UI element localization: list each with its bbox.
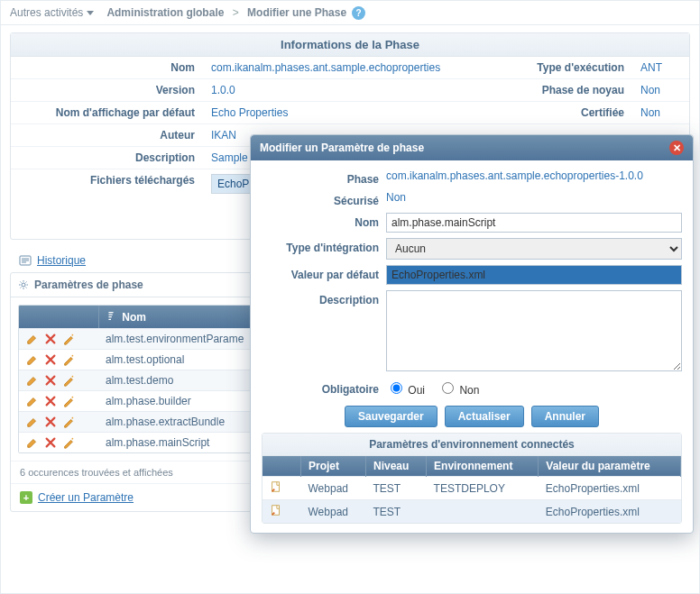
edit-icon[interactable]	[26, 353, 39, 366]
value-name: com.ikanalm.phases.ant.sample.echoproper…	[206, 57, 498, 78]
env-environment-header[interactable]: Environnement	[427, 456, 539, 477]
env-table-row: WebpadTESTEchoProperties.xml	[262, 500, 681, 524]
delete-icon[interactable]	[44, 395, 57, 407]
history-icon	[19, 254, 32, 267]
svg-point-7	[72, 376, 74, 378]
value-exec-type: ANT	[635, 57, 689, 78]
params-actions-header	[19, 306, 99, 328]
default-value-input[interactable]	[386, 265, 682, 285]
save-button[interactable]: Sauvegarder	[345, 406, 438, 427]
label-files: Fichiers téléchargés	[11, 169, 200, 239]
wand-icon[interactable]	[62, 395, 75, 407]
mandatory-yes[interactable]: Oui	[386, 379, 425, 397]
delete-icon[interactable]	[44, 436, 57, 449]
phase-params-title: Paramètres de phase	[34, 279, 143, 291]
edit-icon[interactable]	[26, 395, 39, 407]
connected-env-title: Paramètres d'environnement connectés	[262, 434, 681, 456]
value-phase: com.ikanalm.phases.ant.sample.echoproper…	[386, 169, 682, 182]
label-param-description: Description	[262, 290, 379, 306]
delete-icon[interactable]	[44, 353, 57, 366]
phase-info-title: Informations de la Phase	[11, 33, 689, 57]
gear-icon	[18, 279, 29, 290]
value-secured: Non	[386, 191, 682, 204]
label-display-name: Nom d'affichage par défaut	[11, 102, 200, 123]
env-paramvalue-cell: EchoProperties.xml	[539, 500, 681, 524]
description-textarea[interactable]	[386, 290, 682, 371]
value-core-phase: Non	[635, 79, 689, 101]
env-project-header[interactable]: Projet	[301, 456, 366, 477]
env-table: Projet Niveau Environnement Valeur du pa…	[262, 456, 681, 523]
refresh-button[interactable]: Actualiser	[445, 406, 524, 427]
svg-point-4	[22, 283, 25, 287]
label-default-value: Valeur par défaut	[262, 265, 379, 281]
cancel-button[interactable]: Annuler	[531, 406, 599, 427]
label-certified: Certifiée	[503, 102, 630, 123]
svg-point-9	[72, 417, 74, 419]
delete-icon[interactable]	[44, 374, 57, 387]
svg-point-5	[72, 334, 74, 336]
edit-param-modal: Modifier un Paramètre de phase ✕ Phase c…	[250, 134, 694, 534]
edit-env-icon[interactable]	[270, 480, 282, 493]
label-mandatory: Obligatoire	[262, 379, 379, 396]
plus-icon: +	[20, 491, 32, 504]
wand-icon[interactable]	[62, 353, 75, 366]
env-level-cell: TEST	[366, 477, 427, 500]
label-version: Version	[11, 79, 200, 101]
value-version: 1.0.0	[206, 79, 498, 101]
env-paramvalue-cell: EchoProperties.xml	[539, 477, 681, 500]
svg-point-10	[72, 438, 74, 440]
topbar: Autres activités Administration globale …	[1, 1, 699, 25]
label-secured: Sécurisé	[262, 191, 379, 207]
env-level-header[interactable]: Niveau	[366, 456, 427, 477]
label-integration-type: Type d'intégration	[262, 238, 379, 254]
breadcrumb: Administration globale > Modifier une Ph…	[106, 6, 346, 19]
help-icon[interactable]: ?	[352, 6, 365, 20]
env-environment-cell: TESTDEPLOY	[427, 477, 539, 500]
param-name-input[interactable]	[386, 213, 682, 233]
edit-icon[interactable]	[26, 333, 39, 345]
delete-icon[interactable]	[44, 416, 57, 428]
value-certified: Non	[635, 102, 689, 123]
delete-icon[interactable]	[44, 333, 57, 345]
env-project-cell: Webpad	[301, 500, 366, 524]
value-display-name: Echo Properties	[206, 102, 498, 123]
edit-icon[interactable]	[26, 436, 39, 449]
other-activities-menu[interactable]: Autres activités	[10, 6, 94, 19]
env-table-row: WebpadTESTTESTDEPLOYEchoProperties.xml	[262, 477, 681, 500]
label-param-name: Nom	[262, 213, 379, 229]
env-level-cell: TEST	[366, 500, 427, 524]
label-author: Auteur	[11, 124, 200, 146]
label-exec-type: Type d'exécution	[503, 57, 630, 78]
mandatory-no[interactable]: Non	[438, 379, 479, 397]
env-paramvalue-header[interactable]: Valeur du paramètre	[539, 456, 681, 477]
edit-icon[interactable]	[26, 374, 39, 387]
wand-icon[interactable]	[62, 436, 75, 449]
close-icon[interactable]: ✕	[669, 141, 684, 155]
env-environment-cell	[427, 500, 539, 524]
wand-icon[interactable]	[62, 333, 75, 345]
label-core-phase: Phase de noyau	[503, 79, 630, 101]
svg-point-6	[72, 355, 74, 357]
label-name: Nom	[11, 57, 200, 78]
create-param-link[interactable]: Créer un Paramètre	[38, 491, 134, 504]
history-link[interactable]: Historique	[37, 254, 86, 267]
connected-env-panel: Paramètres d'environnement connectés Pro…	[262, 433, 682, 524]
edit-icon[interactable]	[26, 416, 39, 428]
env-icon-header	[262, 456, 301, 477]
app-root: Autres activités Administration globale …	[0, 0, 700, 594]
env-project-cell: Webpad	[301, 477, 366, 500]
integration-type-select[interactable]: Aucun	[386, 238, 682, 260]
wand-icon[interactable]	[62, 374, 75, 387]
label-phase: Phase	[262, 169, 379, 186]
wand-icon[interactable]	[62, 416, 75, 428]
modal-title: Modifier un Paramètre de phase	[260, 142, 424, 154]
edit-env-icon[interactable]	[270, 504, 282, 516]
svg-point-8	[72, 397, 74, 398]
label-description: Description	[11, 147, 200, 169]
chevron-down-icon	[87, 11, 94, 15]
sort-icon	[106, 310, 115, 321]
